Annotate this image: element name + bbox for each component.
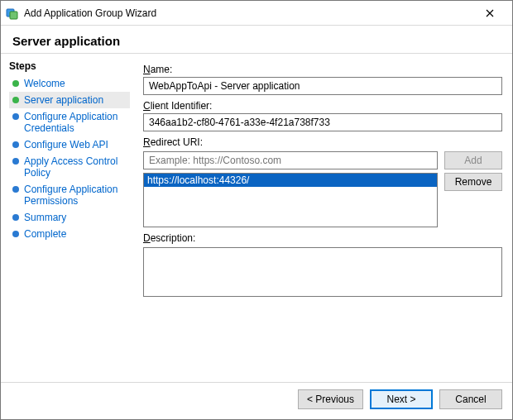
body: Steps WelcomeServer applicationConfigure… (1, 54, 512, 382)
step-label: Configure Application Credentials (24, 111, 127, 134)
step-item-0[interactable]: Welcome (9, 75, 130, 92)
step-bullet-icon (12, 141, 19, 148)
client-id-field[interactable] (143, 113, 502, 131)
main-pane: Name: Client Identifier: Redirect URI: A… (137, 54, 512, 382)
redirect-uri-list[interactable]: https://localhost:44326/ (143, 173, 438, 227)
steps-title: Steps (9, 60, 130, 72)
wizard-window: Add Application Group Wizard Server appl… (0, 0, 513, 420)
close-icon (486, 9, 494, 17)
step-bullet-icon (12, 186, 19, 193)
step-label: Configure Application Permissions (24, 184, 127, 207)
add-button[interactable]: Add (444, 151, 502, 169)
step-label: Server application (24, 94, 103, 106)
client-id-label: Client Identifier: (143, 100, 502, 112)
name-label: Name: (143, 64, 502, 75)
previous-button[interactable]: < Previous (298, 389, 363, 409)
step-list: WelcomeServer applicationConfigure Appli… (9, 75, 130, 242)
uri-list-item[interactable]: https://localhost:44326/ (144, 174, 437, 187)
step-bullet-icon (12, 231, 19, 237)
step-item-3[interactable]: Configure Web API (9, 136, 130, 153)
header-band: Server application (1, 26, 512, 53)
button-bar: < Previous Next > Cancel (11, 389, 502, 409)
description-label: Description: (143, 232, 502, 244)
titlebar: Add Application Group Wizard (1, 1, 512, 26)
footer: < Previous Next > Cancel (1, 383, 512, 419)
step-bullet-icon (12, 97, 19, 103)
remove-button[interactable]: Remove (444, 173, 502, 191)
next-button[interactable]: Next > (370, 389, 433, 409)
step-label: Summary (24, 212, 66, 223)
app-group-icon (6, 7, 19, 20)
step-bullet-icon (12, 113, 19, 120)
step-bullet-icon (12, 158, 19, 165)
cancel-button[interactable]: Cancel (439, 389, 502, 409)
step-item-2[interactable]: Configure Application Credentials (9, 108, 130, 136)
steps-sidebar: Steps WelcomeServer applicationConfigure… (1, 54, 137, 382)
step-label: Apply Access Control Policy (24, 155, 127, 179)
close-button[interactable] (472, 2, 507, 25)
window-title: Add Application Group Wizard (24, 7, 472, 19)
step-label: Configure Web API (24, 139, 108, 150)
step-item-5[interactable]: Configure Application Permissions (9, 181, 130, 209)
step-item-7[interactable]: Complete (9, 226, 130, 242)
step-bullet-icon (12, 80, 19, 87)
step-item-4[interactable]: Apply Access Control Policy (9, 153, 130, 181)
svg-rect-1 (10, 12, 17, 19)
step-label: Welcome (24, 78, 65, 89)
redirect-uri-input[interactable] (143, 151, 438, 169)
redirect-uri-label: Redirect URI: (143, 136, 502, 148)
page-title: Server application (12, 34, 501, 48)
step-bullet-icon (12, 214, 19, 221)
name-field[interactable] (143, 77, 502, 95)
description-field[interactable] (143, 247, 502, 297)
step-item-6[interactable]: Summary (9, 209, 130, 226)
step-label: Complete (24, 228, 66, 240)
step-item-1[interactable]: Server application (9, 92, 130, 108)
